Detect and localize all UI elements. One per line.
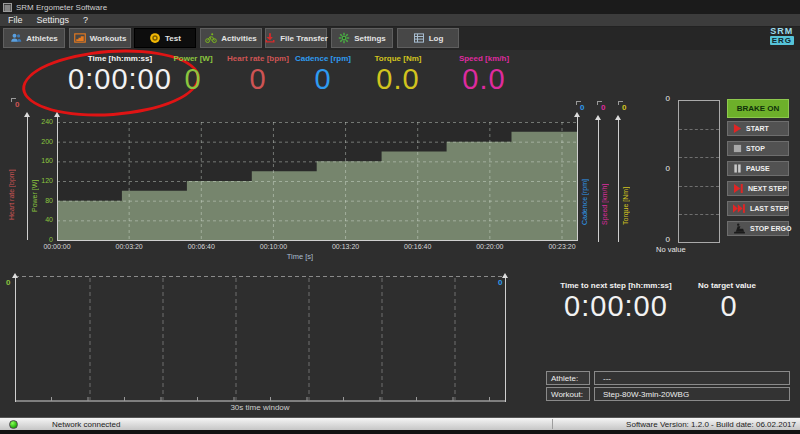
workout-step-area [57,132,577,240]
target-value-label: No target value [667,281,787,290]
software-version-text: Software Version: 1.2.0 - Build date: 06… [626,420,796,429]
power-axis-arrow-icon [54,112,60,117]
time-tick-label: 00:00:00 [33,243,81,250]
workout-field-value[interactable]: Step-80W-3min-20WBG [594,387,790,401]
network-status-led-icon [9,420,18,429]
heart-rate-axis-arrow-icon [24,112,30,117]
tab-label: Activities [221,34,257,43]
power-axis [57,117,58,240]
cadence-axis-title: Cadence [rpm] [581,150,588,225]
stop-ergo-label: STOP ERGO [750,225,791,232]
time-axis-title: Time [s] [240,252,360,261]
workouts-icon [74,32,86,44]
speed-display: Speed [km/h] 0.0 [439,54,529,95]
tab-label: Athletes [26,34,58,43]
heart-rate-axis-max: 0 [15,100,19,109]
menu-file[interactable]: File [8,15,23,25]
app-window-icon [3,3,12,12]
power-tick-label: 80 [23,197,53,204]
speed-axis-title: Speed [km/h] [601,150,608,225]
speed-value: 0.0 [439,63,529,95]
last-step-button[interactable]: LAST STEP [727,201,789,216]
workout-field-label: Workout: [546,387,590,401]
gauge-gridline [679,129,719,130]
time-tick-label: 00:03:20 [105,243,153,250]
last-step-icon [733,204,746,213]
stop-button[interactable]: STOP [727,141,789,156]
bottom-chart-left-max: 0 [6,278,10,287]
next-step-icon [733,184,744,193]
bottom-chart-right-max: 0 [498,278,502,287]
pause-label: PAUSE [746,165,770,172]
power-tick-label: 240 [23,118,53,125]
main-plot-svg [57,122,577,240]
tab-label: Log [429,34,444,43]
brake-on-button[interactable]: BRAKE ON [727,99,789,118]
stop-ergo-icon [733,223,746,234]
torque-label: Torque [Nm] [353,54,443,63]
gauge-gridline [679,214,719,215]
cadence-axis-max: 0 [580,103,584,112]
gauge-mid-label: 0 [652,164,670,173]
file-transfer-icon [264,32,276,44]
tab-settings[interactable]: Settings [331,28,393,48]
tab-workouts[interactable]: Workouts [69,28,131,48]
play-icon [733,124,742,133]
bottom-left-axis [15,278,16,402]
logo-erg-badge: ERG [770,36,794,45]
tab-file-transfer[interactable]: File Transfer [265,28,327,48]
power-tick-label: 0 [23,236,53,243]
pause-button[interactable]: PAUSE [727,161,789,176]
bottom-chart-caption: 30s time window [185,403,335,412]
pause-icon [733,164,742,173]
menu-settings[interactable]: Settings [37,15,70,25]
power-tick-label: 160 [23,157,53,164]
cadence-axis-arrow-icon [574,112,580,117]
tab-bar: Athletes Workouts Test Activities File T… [0,27,800,50]
speed-axis-arrow-icon [595,115,601,120]
speed-axis-max: 0 [601,103,605,112]
window-bottom-edge [0,430,800,434]
stop-icon [733,144,742,153]
next-step-button[interactable]: NEXT STEP [727,181,789,196]
target-value: 0 [667,290,791,323]
test-icon [149,32,161,44]
stop-label: STOP [746,145,765,152]
srm-erg-logo: SRM ERG [770,27,794,45]
tab-log[interactable]: Log [397,28,459,48]
start-label: START [746,125,769,132]
start-button[interactable]: START [727,121,789,136]
bottom-right-axis-arrow-icon [502,273,508,278]
tab-activities[interactable]: Activities [200,28,262,48]
power-tick-label: 40 [23,216,53,223]
gauge-gridline [679,157,719,158]
cadence-axis [577,117,578,240]
menu-help[interactable]: ? [83,15,88,25]
tab-label: Test [165,34,181,43]
torque-axis-max: 0 [622,103,626,112]
time-tick-label: 00:20:00 [466,243,514,250]
athlete-field-value[interactable]: --- [594,371,790,385]
workout-profile-chart [57,122,577,240]
time-tick-label: 00:16:40 [394,243,442,250]
menu-bar: File Settings ? [0,14,800,27]
tab-athletes[interactable]: Athletes [3,28,65,48]
settings-icon [338,32,350,44]
bottom-right-axis [505,278,506,402]
tab-label: Settings [354,34,386,43]
brake-on-label: BRAKE ON [737,104,780,113]
stop-ergo-button[interactable]: STOP ERGO [727,221,789,236]
target-gauge [678,100,720,243]
status-bar: Network connected Software Version: 1.2.… [0,417,800,430]
gauge-gridline [679,186,719,187]
next-step-label: NEXT STEP [748,185,787,192]
time-tick-label: 00:13:20 [322,243,370,250]
gauge-max-label: 0 [652,94,670,103]
tab-label: File Transfer [280,34,328,43]
power-tick-label: 120 [23,177,53,184]
time-tick-label: 00:06:40 [177,243,225,250]
gauge-min-label: 0 [652,235,670,244]
tab-test[interactable]: Test [134,28,196,48]
torque-value: 0.0 [353,63,443,95]
torque-axis-title: Torque [Nm] [622,150,629,225]
